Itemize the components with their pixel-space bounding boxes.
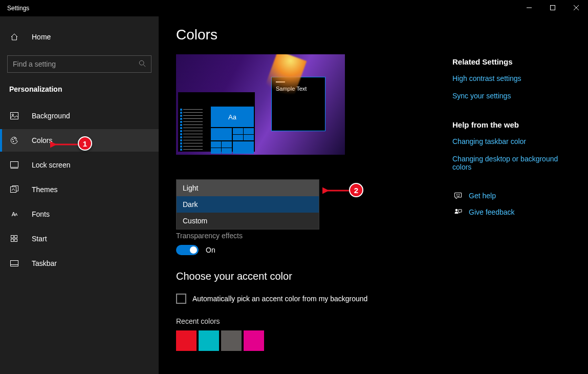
lock-screen-icon	[9, 161, 19, 169]
link-sync-settings[interactable]: Sync your settings	[452, 92, 565, 100]
sidebar-item-label: Lock screen	[32, 161, 70, 169]
preview-sample-text: Sample Text	[272, 86, 325, 92]
link-changing-desktop-colors[interactable]: Changing desktop or background colors	[452, 155, 565, 171]
color-swatch[interactable]	[244, 330, 264, 351]
recent-colors-label: Recent colors	[176, 317, 452, 325]
transparency-label: Transparency effects	[176, 232, 452, 240]
search-input[interactable]	[13, 60, 139, 68]
svg-rect-13	[11, 187, 16, 193]
preview-sample-window: Sample Text	[271, 77, 325, 131]
sidebar-item-lock-screen[interactable]: Lock screen	[0, 154, 159, 176]
svg-rect-17	[15, 239, 17, 242]
link-high-contrast[interactable]: High contrast settings	[452, 74, 565, 82]
home-button[interactable]: Home	[0, 26, 159, 48]
svg-point-7	[12, 114, 14, 116]
sidebar-item-label: Background	[32, 112, 70, 120]
sidebar-item-label: Colors	[32, 136, 52, 144]
auto-accent-row[interactable]: Automatically pick an accent color from …	[176, 294, 452, 304]
home-icon	[9, 33, 19, 41]
feedback-icon	[452, 208, 464, 216]
fonts-icon: AA	[9, 211, 19, 217]
get-help-icon	[452, 192, 464, 200]
dropdown-option-custom[interactable]: Custom	[177, 213, 319, 229]
svg-line-5	[143, 65, 145, 67]
nav-list: Background Colors Lock screen Themes AA …	[0, 105, 159, 275]
sidebar-item-label: Taskbar	[32, 259, 57, 267]
maximize-button[interactable]	[541, 0, 564, 15]
palette-icon	[9, 136, 19, 144]
themes-icon	[9, 185, 19, 194]
sidebar-item-fonts[interactable]: AA Fonts	[0, 203, 159, 225]
sidebar: Home Personalization Background Colors L…	[0, 16, 159, 374]
sidebar-item-label: Themes	[32, 185, 58, 194]
annotation-badge-2: 2	[349, 183, 363, 197]
right-column: Related Settings High contrast settings …	[452, 54, 573, 351]
color-swatch[interactable]	[176, 330, 197, 351]
svg-rect-6	[11, 113, 18, 119]
search-box[interactable]	[7, 55, 151, 73]
transparency-value: On	[206, 246, 215, 254]
window-title: Settings	[0, 5, 29, 12]
link-get-help[interactable]: Get help	[469, 192, 496, 200]
svg-point-8	[12, 139, 13, 140]
preview-tile-aa: Aa	[211, 107, 254, 127]
color-swatch[interactable]	[221, 330, 242, 351]
home-label: Home	[32, 33, 51, 41]
color-mode-dropdown[interactable]: Light Dark Custom	[176, 179, 319, 230]
svg-point-20	[456, 194, 457, 195]
taskbar-icon	[9, 260, 19, 266]
svg-point-9	[13, 141, 14, 142]
accent-color-heading: Choose your accent color	[176, 271, 452, 282]
dropdown-option-dark[interactable]: Dark	[177, 196, 319, 213]
sidebar-item-label: Start	[32, 235, 47, 243]
sidebar-item-background[interactable]: Background	[0, 105, 159, 127]
recent-colors	[176, 330, 452, 351]
link-give-feedback[interactable]: Give feedback	[469, 208, 515, 216]
sidebar-item-label: Fonts	[32, 210, 50, 218]
theme-preview: Aa Sample Text	[176, 54, 345, 155]
color-swatch[interactable]	[199, 330, 219, 351]
search-icon	[139, 60, 146, 69]
svg-point-4	[139, 60, 144, 65]
svg-rect-16	[11, 239, 14, 242]
auto-accent-label: Automatically pick an accent color from …	[192, 295, 367, 303]
svg-rect-14	[11, 236, 14, 238]
transparency-toggle[interactable]	[176, 245, 199, 255]
sidebar-item-themes[interactable]: Themes	[0, 178, 159, 201]
preview-start-menu: Aa	[178, 92, 255, 152]
title-bar: Settings	[0, 0, 588, 16]
annotation-badge-1: 1	[78, 136, 92, 151]
dropdown-option-light[interactable]: Light	[177, 180, 319, 196]
start-icon	[9, 235, 19, 242]
page-title: Colors	[176, 27, 573, 43]
picture-icon	[9, 112, 19, 119]
minimize-button[interactable]	[517, 0, 541, 15]
close-button[interactable]	[564, 0, 588, 15]
link-changing-taskbar-color[interactable]: Changing taskbar color	[452, 137, 565, 146]
sidebar-item-taskbar[interactable]: Taskbar	[0, 252, 159, 275]
window-controls	[517, 0, 588, 15]
sidebar-item-start[interactable]: Start	[0, 227, 159, 250]
svg-rect-1	[551, 6, 555, 10]
section-heading: Personalization	[0, 73, 159, 97]
svg-point-21	[459, 194, 459, 195]
help-web-heading: Help from the web	[452, 120, 573, 129]
svg-point-22	[455, 209, 458, 212]
related-settings-heading: Related Settings	[452, 57, 573, 66]
svg-rect-18	[11, 261, 18, 266]
svg-rect-15	[15, 236, 17, 238]
auto-accent-checkbox[interactable]	[176, 294, 186, 304]
svg-rect-11	[11, 162, 18, 168]
svg-point-10	[14, 138, 15, 139]
